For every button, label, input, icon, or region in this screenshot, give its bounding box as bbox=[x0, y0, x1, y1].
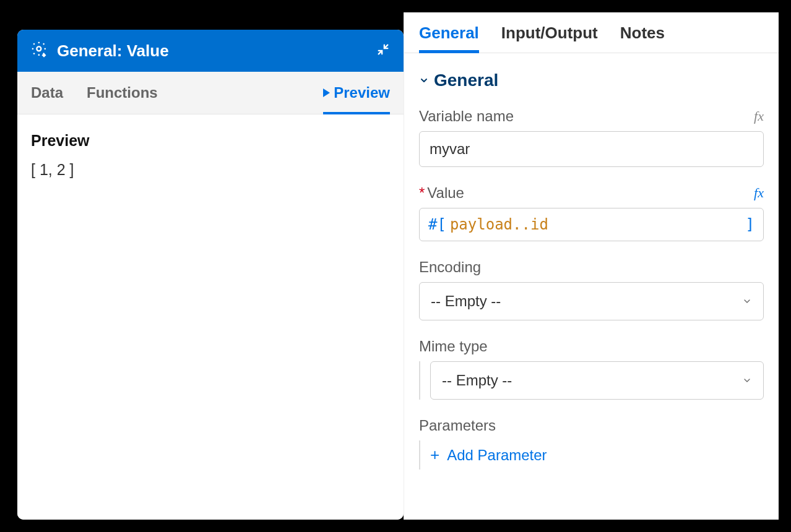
preview-card: General: Value Data Functions Preview Pr… bbox=[17, 30, 404, 520]
card-tabs: Data Functions Preview bbox=[17, 72, 404, 114]
field-parameters: Parameters + Add Parameter bbox=[419, 417, 764, 470]
value-label: *Value bbox=[419, 184, 464, 202]
parameters-label: Parameters bbox=[419, 417, 496, 434]
tab-input-output[interactable]: Input/Output bbox=[501, 24, 598, 53]
field-mime-type: Mime type -- Empty -- bbox=[419, 338, 764, 400]
chevron-down-icon bbox=[742, 375, 752, 385]
value-expression-input[interactable]: #[ payload..id ] bbox=[419, 208, 764, 241]
tab-data[interactable]: Data bbox=[31, 72, 63, 114]
fx-toggle-variable-name[interactable]: fx bbox=[754, 108, 764, 124]
preview-heading: Preview bbox=[31, 132, 390, 150]
encoding-selected-value: -- Empty -- bbox=[431, 293, 501, 310]
field-encoding: Encoding -- Empty -- bbox=[419, 259, 764, 320]
right-tabs: General Input/Output Notes bbox=[404, 12, 779, 53]
mime-type-select[interactable]: -- Empty -- bbox=[430, 361, 764, 400]
add-parameter-button[interactable]: + Add Parameter bbox=[430, 440, 764, 470]
field-value: *Value fx #[ payload..id ] bbox=[419, 184, 764, 241]
collapse-icon[interactable] bbox=[376, 43, 390, 59]
field-variable-name: Variable name fx bbox=[419, 108, 764, 167]
section-toggle-general[interactable]: General bbox=[419, 71, 764, 90]
expr-open-bracket: #[ bbox=[428, 216, 446, 233]
left-panel: General: Value Data Functions Preview Pr… bbox=[12, 12, 404, 520]
tab-preview[interactable]: Preview bbox=[323, 72, 390, 114]
plus-icon: + bbox=[430, 445, 439, 465]
chevron-down-icon bbox=[419, 75, 429, 85]
mime-type-label: Mime type bbox=[419, 338, 488, 355]
tab-notes[interactable]: Notes bbox=[620, 24, 665, 53]
variable-name-label: Variable name bbox=[419, 108, 514, 125]
variable-name-input[interactable] bbox=[419, 131, 764, 167]
mime-type-selected-value: -- Empty -- bbox=[442, 372, 512, 389]
section-title: General bbox=[434, 71, 498, 90]
required-indicator: * bbox=[419, 184, 425, 201]
tab-preview-label: Preview bbox=[334, 84, 390, 101]
svg-point-0 bbox=[37, 46, 41, 51]
tab-general[interactable]: General bbox=[419, 24, 479, 53]
play-icon bbox=[323, 88, 330, 97]
chevron-down-icon bbox=[742, 296, 752, 306]
encoding-select[interactable]: -- Empty -- bbox=[419, 282, 764, 320]
gear-edit-icon bbox=[31, 41, 48, 61]
card-header: General: Value bbox=[17, 30, 404, 72]
expr-close-bracket: ] bbox=[746, 216, 754, 233]
add-parameter-label: Add Parameter bbox=[447, 447, 547, 464]
card-body: Preview [ 1, 2 ] bbox=[17, 114, 404, 520]
tab-functions[interactable]: Functions bbox=[87, 72, 158, 114]
expr-body: payload..id bbox=[450, 216, 742, 233]
fx-toggle-value[interactable]: fx bbox=[754, 185, 764, 201]
card-title: General: Value bbox=[57, 41, 368, 61]
right-content: General Variable name fx *Value fx bbox=[404, 53, 779, 520]
encoding-label: Encoding bbox=[419, 259, 481, 276]
preview-value: [ 1, 2 ] bbox=[31, 161, 390, 179]
right-panel: General Input/Output Notes General Varia… bbox=[404, 12, 779, 520]
